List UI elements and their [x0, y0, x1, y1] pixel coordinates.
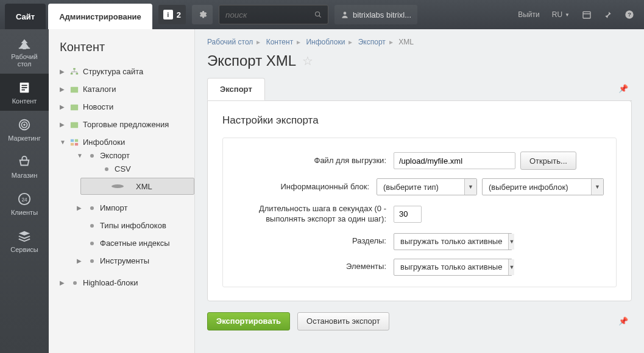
tree-item-news[interactable]: ▶Новости: [60, 102, 194, 111]
step-input[interactable]: [394, 206, 422, 223]
left-rail: Рабочий стол Контент Маркетинг Магазин 2…: [0, 29, 49, 353]
stop-export-button[interactable]: Остановить экспорт: [297, 312, 389, 330]
svg-rect-19: [76, 72, 79, 74]
crumb-current: XML: [398, 38, 414, 46]
search-box[interactable]: [219, 5, 328, 24]
pin-icon[interactable]: [599, 5, 617, 24]
svg-rect-18: [71, 72, 73, 74]
user-menu[interactable]: bitrixlabs bitrixl...: [334, 5, 417, 24]
calendar-icon[interactable]: [577, 5, 596, 24]
services-icon: [16, 229, 32, 243]
type-select[interactable]: (выберите тип)▼: [377, 178, 477, 195]
svg-rect-23: [71, 139, 74, 141]
logout-link[interactable]: Выйти: [513, 5, 545, 24]
tab-export[interactable]: Экспорт: [207, 78, 265, 100]
tree-item-highload[interactable]: ▶Highload-блоки: [60, 278, 194, 287]
shop-icon: [16, 155, 32, 169]
export-button[interactable]: Экспортировать: [207, 312, 290, 330]
tree-item-facet[interactable]: ▶Фасетные индексы: [77, 239, 194, 248]
sidebar: Контент ▶Структура сайта ▶Каталоги ▶Ново…: [49, 29, 195, 353]
tree-item-xml[interactable]: ▶XML: [92, 182, 158, 191]
chevron-down-icon: ▼: [464, 179, 476, 195]
rail-label: Магазин: [12, 172, 37, 179]
svg-rect-7: [19, 47, 30, 49]
tree-item-export[interactable]: ▼Экспорт: [77, 151, 194, 160]
gear-icon: [197, 10, 207, 19]
elements-label: Элементы:: [235, 262, 394, 272]
rail-item-clients[interactable]: 24 Клиенты: [0, 185, 49, 222]
sidebar-title: Контент: [54, 40, 194, 63]
chevron-down-icon: ▼: [508, 234, 514, 250]
user-icon: [341, 10, 349, 19]
crumb-desktop[interactable]: Рабочий стол: [207, 38, 253, 46]
topbar: Сайт Администрирование i 2 bitrixlabs bi…: [0, 0, 644, 29]
desktop-icon: [16, 37, 32, 50]
page-title: Экспорт XML: [207, 52, 296, 69]
step-label: Длительность шага в секундах (0 - выполн…: [235, 204, 394, 225]
tree-item-infoblocks[interactable]: ▼Инфоблоки: [60, 138, 194, 147]
settings-gear-button[interactable]: [192, 5, 213, 24]
svg-point-2: [344, 12, 347, 15]
svg-rect-17: [73, 68, 76, 69]
file-label: Файл для выгрузки:: [235, 156, 394, 166]
tree-item-trade[interactable]: ▶Торговые предложения: [60, 120, 194, 129]
open-button[interactable]: Открыть...: [520, 152, 576, 170]
notifications-button[interactable]: i 2: [158, 5, 186, 24]
pin-icon[interactable]: 📌: [618, 84, 628, 93]
rail-item-desktop[interactable]: Рабочий стол: [0, 29, 49, 74]
rail-item-marketing[interactable]: Маркетинг: [0, 111, 49, 148]
user-name-label: bitrixlabs bitrixl...: [353, 10, 411, 19]
rail-label: Сервисы: [10, 246, 38, 253]
svg-point-0: [315, 12, 319, 16]
search-input[interactable]: [225, 10, 310, 19]
rail-item-shop[interactable]: Магазин: [0, 148, 49, 185]
sections-label: Разделы:: [235, 236, 394, 246]
folder-icon: [69, 85, 79, 94]
file-input[interactable]: [394, 152, 515, 169]
svg-rect-11: [21, 89, 25, 91]
help-icon[interactable]: ?: [620, 5, 639, 24]
clients-icon: 24: [16, 192, 32, 206]
chevron-down-icon: ▼: [508, 259, 514, 275]
tree-item-csv[interactable]: ▶CSV: [91, 164, 194, 173]
tab-admin[interactable]: Администрирование: [48, 4, 152, 30]
language-selector[interactable]: RU▼: [547, 5, 575, 24]
svg-line-1: [319, 16, 320, 18]
crumb-export[interactable]: Экспорт: [358, 38, 386, 46]
sitemap-icon: [69, 68, 79, 76]
marketing-icon: [16, 118, 32, 131]
breadcrumb: Рабочий стол▸ Контент▸ Инфоблоки▸ Экспор…: [207, 38, 632, 46]
tree-item-structure[interactable]: ▶Структура сайта: [60, 67, 194, 76]
svg-text:24: 24: [21, 197, 27, 203]
folder-icon: [69, 121, 79, 129]
svg-rect-20: [71, 86, 78, 93]
favorite-star-icon[interactable]: ☆: [302, 54, 313, 68]
section-title: Настройки экспорта: [222, 114, 617, 127]
tree-item-tools[interactable]: ▶Инструменты: [77, 256, 194, 265]
tab-site[interactable]: Сайт: [5, 4, 46, 30]
svg-rect-9: [21, 85, 27, 86]
sections-select[interactable]: выгружать только активные▼: [394, 233, 512, 250]
infoblocks-icon: [69, 138, 79, 147]
tree-item-import[interactable]: ▶Импорт: [77, 203, 194, 212]
iblock-select[interactable]: (выберите инфоблок)▼: [482, 178, 604, 195]
svg-text:?: ?: [628, 12, 631, 18]
tree-item-types[interactable]: ▶Типы инфоблоков: [77, 221, 194, 230]
crumb-infoblocks[interactable]: Инфоблоки: [306, 38, 345, 46]
iblock-label: Информационный блок:: [235, 182, 377, 192]
svg-rect-24: [75, 139, 78, 141]
rail-label: Контент: [12, 97, 37, 105]
tree-item-catalogs[interactable]: ▶Каталоги: [60, 85, 194, 94]
rail-item-content[interactable]: Контент: [0, 74, 49, 111]
rail-item-services[interactable]: Сервисы: [0, 222, 49, 259]
crumb-content[interactable]: Контент: [266, 38, 293, 46]
svg-rect-25: [71, 142, 74, 145]
pin-icon[interactable]: 📌: [618, 316, 628, 326]
elements-select[interactable]: выгружать только активные▼: [394, 259, 512, 276]
svg-rect-22: [71, 122, 78, 128]
chevron-down-icon: ▼: [591, 179, 603, 195]
content-icon: [16, 81, 32, 94]
rail-label: Маркетинг: [8, 135, 40, 142]
search-icon: [314, 10, 322, 19]
notification-count: 2: [177, 10, 181, 19]
